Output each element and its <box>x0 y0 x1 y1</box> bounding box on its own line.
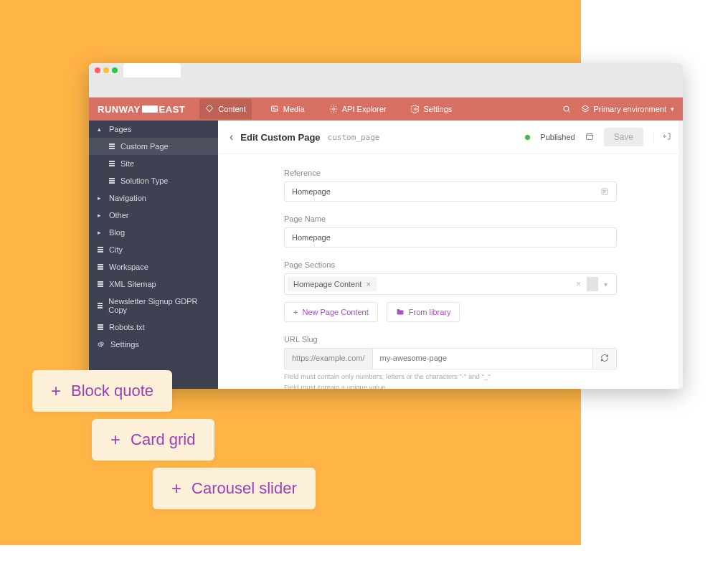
remove-chip-icon[interactable]: × <box>366 280 370 288</box>
sidebar-solution-type[interactable]: Solution Type <box>89 172 218 189</box>
url-slug-label: URL Slug <box>284 335 617 344</box>
list-icon <box>109 161 115 166</box>
sidebar-xml-sitemap[interactable]: XML Sitemap <box>89 275 218 293</box>
sidebar-newsletter-label: Newsletter Signup GDPR Copy <box>108 297 209 314</box>
sidebar-xml-label: XML Sitemap <box>109 280 156 288</box>
sidebar-custom-page[interactable]: Custom Page <box>89 138 218 155</box>
exit-icon[interactable] <box>653 132 671 143</box>
media-icon <box>270 105 279 113</box>
new-page-content-button[interactable]: + New Page Content <box>284 302 378 322</box>
environment-selector[interactable]: Primary environment ▾ <box>581 105 674 113</box>
form: Reference Page Name Page Sections <box>218 154 683 389</box>
sidebar-other[interactable]: ▸Other <box>89 207 218 224</box>
close-window-dot[interactable] <box>95 67 100 73</box>
nav-api-label: API Explorer <box>342 105 387 113</box>
scrollbar[interactable] <box>679 121 683 389</box>
clear-sections-icon[interactable]: × <box>570 279 587 289</box>
page-title: Edit Custom Page <box>240 132 320 143</box>
reference-input[interactable] <box>284 181 617 202</box>
sidebar-city[interactable]: City <box>89 241 218 258</box>
calendar-icon[interactable] <box>585 132 594 143</box>
nav-content[interactable]: Content <box>199 99 252 119</box>
nav-settings-label: Settings <box>424 105 453 113</box>
maximize-window-dot[interactable] <box>112 67 118 73</box>
svg-point-4 <box>564 106 569 111</box>
from-library-button[interactable]: From library <box>387 302 460 322</box>
sidebar-blog[interactable]: ▸Blog <box>89 224 218 241</box>
new-page-content-label: New Page Content <box>302 308 368 316</box>
nav-media[interactable]: Media <box>265 99 311 119</box>
nav-settings[interactable]: Settings <box>405 99 458 119</box>
browser-tab[interactable] <box>123 63 181 77</box>
sidebar-robots-label: Robots.txt <box>109 323 145 331</box>
gear-icon <box>411 105 420 113</box>
from-library-label: From library <box>409 308 451 316</box>
titlebar <box>89 63 683 77</box>
status-label: Published <box>540 133 575 141</box>
api-icon <box>329 105 338 113</box>
slug-hint-1: Field must contain only numbers, letters… <box>284 372 617 380</box>
sections-chevron-icon[interactable]: ▾ <box>598 280 613 288</box>
environment-label: Primary environment <box>594 105 666 113</box>
float-card-grid[interactable]: + Card grid <box>92 419 214 461</box>
search-icon[interactable] <box>562 105 571 113</box>
sidebar-pages-label: Pages <box>109 125 131 133</box>
sections-label: Page Sections <box>284 260 617 269</box>
float-block-quote[interactable]: + Block quote <box>32 370 172 412</box>
nav-media-label: Media <box>283 105 305 113</box>
reference-field[interactable] <box>292 187 600 196</box>
svg-point-2 <box>332 108 334 110</box>
back-button[interactable]: ‹ <box>230 131 233 143</box>
sidebar-solution-label: Solution Type <box>120 176 168 185</box>
float-card-grid-label: Card grid <box>131 430 195 449</box>
plus-icon: + <box>171 480 181 497</box>
layers-icon <box>581 105 590 113</box>
sidebar-site[interactable]: Site <box>89 155 218 172</box>
sidebar-workspace[interactable]: Workspace <box>89 258 218 275</box>
sidebar-navigation[interactable]: ▸Navigation <box>89 189 218 207</box>
logo-box <box>142 105 158 113</box>
save-button[interactable]: Save <box>604 128 643 146</box>
section-chip[interactable]: Homepage Content × <box>288 277 377 291</box>
list-icon <box>98 247 103 253</box>
sections-row: Homepage Content × × ▾ <box>284 273 617 295</box>
app-bar: RUNWAY EAST Content Media API Explorer S… <box>89 98 683 121</box>
field-expand-icon[interactable] <box>600 187 609 196</box>
logo: RUNWAY EAST <box>98 104 185 115</box>
logo-right: EAST <box>159 104 186 115</box>
float-carousel[interactable]: + Carousel slider <box>153 468 316 509</box>
slug-input[interactable] <box>380 354 586 362</box>
svg-point-3 <box>414 108 416 110</box>
plus-icon: + <box>51 382 61 400</box>
plus-icon: + <box>110 431 120 448</box>
page-name-field[interactable] <box>292 233 609 242</box>
sidebar: ▴Pages Custom Page Site Solution Type ▸N… <box>89 121 218 389</box>
sidebar-workspace-label: Workspace <box>109 263 148 271</box>
page-name-label: Page Name <box>284 214 617 223</box>
minimize-window-dot[interactable] <box>103 67 109 73</box>
content-icon <box>205 105 214 113</box>
sidebar-robots[interactable]: Robots.txt <box>89 319 218 336</box>
float-carousel-label: Carousel slider <box>192 479 297 498</box>
main-panel: ‹ Edit Custom Page custom_page Published… <box>218 121 683 389</box>
slug-prefix: https://example.com/ <box>284 348 372 369</box>
section-chip-label: Homepage Content <box>293 280 361 288</box>
divider <box>587 277 598 291</box>
slug-refresh-button[interactable] <box>592 348 617 369</box>
gear-icon <box>98 341 105 348</box>
sidebar-newsletter[interactable]: Newsletter Signup GDPR Copy <box>89 293 218 319</box>
page-name-input[interactable] <box>284 227 617 247</box>
status-dot <box>525 135 530 140</box>
sidebar-settings[interactable]: Settings <box>89 336 218 353</box>
page-slug: custom_page <box>328 133 380 142</box>
slug-input-wrapper[interactable] <box>372 348 593 369</box>
list-icon <box>109 178 115 184</box>
nav-content-label: Content <box>218 105 246 113</box>
sidebar-pages[interactable]: ▴Pages <box>89 121 218 138</box>
logo-left: RUNWAY <box>98 104 141 115</box>
list-icon <box>109 143 115 149</box>
nav-api[interactable]: API Explorer <box>323 99 392 119</box>
refresh-icon <box>600 354 609 362</box>
browser-toolbar <box>89 77 683 98</box>
list-icon <box>98 281 103 287</box>
